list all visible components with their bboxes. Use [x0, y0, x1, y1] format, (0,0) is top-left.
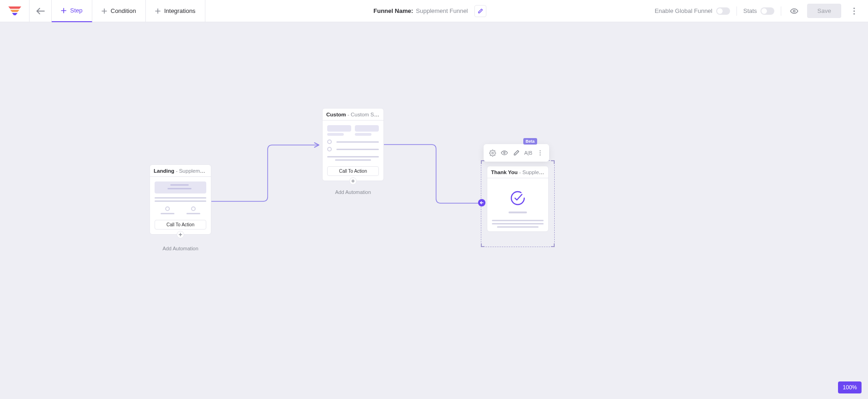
checkmark-circle-icon — [510, 190, 526, 206]
plus-icon — [351, 179, 355, 183]
eye-icon — [501, 150, 508, 156]
more-menu-button[interactable] — [848, 5, 861, 18]
step-thankyou-input-node[interactable] — [478, 199, 485, 206]
step-edit-button[interactable] — [510, 147, 522, 159]
svg-point-2 — [853, 10, 855, 12]
step-type: Thank You — [491, 169, 518, 175]
step-name: Supplement La… — [179, 168, 211, 174]
tab-integrations-label: Integrations — [164, 7, 196, 14]
tab-condition-label: Condition — [111, 7, 136, 14]
svg-point-7 — [539, 152, 540, 153]
step-thankyou-thumbnail — [487, 178, 548, 231]
global-funnel-toggle[interactable] — [716, 7, 730, 15]
svg-point-8 — [539, 154, 540, 155]
step-type: Custom — [326, 112, 346, 117]
stats-toggle[interactable] — [760, 7, 774, 15]
zoom-indicator[interactable]: 100% — [838, 381, 862, 393]
tab-condition[interactable]: Condition — [92, 0, 146, 22]
global-funnel-label: Enable Global Funnel — [655, 7, 712, 14]
tab-step-label: Step — [70, 7, 83, 14]
edit-funnel-name-button[interactable] — [474, 5, 486, 17]
step-preview-button[interactable] — [498, 147, 510, 159]
step-sep: - — [346, 112, 351, 117]
svg-point-0 — [793, 10, 795, 12]
more-vertical-icon — [539, 150, 541, 156]
funnel-name-label: Funnel Name: — [373, 7, 413, 14]
stats-toggle-wrap: Stats — [743, 7, 775, 15]
svg-point-1 — [853, 7, 855, 9]
beta-badge: Beta — [523, 138, 537, 145]
step-type: Landing — [154, 168, 174, 174]
divider — [781, 6, 781, 16]
step-custom-header: Custom - Custom Step — [323, 109, 383, 121]
step-thankyou-header: Thank You - Supplement T… — [487, 166, 548, 178]
gear-icon — [489, 150, 496, 157]
app-logo[interactable] — [0, 0, 30, 22]
step-name: Custom Step — [351, 112, 381, 117]
step-landing-add-step[interactable] — [177, 231, 184, 238]
tab-integrations[interactable]: Integrations — [146, 0, 205, 22]
svg-point-4 — [491, 152, 493, 154]
step-landing-add-automation[interactable]: Add Automation — [162, 246, 198, 251]
step-sep: - — [518, 169, 522, 175]
funnel-name-section: Funnel Name: Supplement Funnel — [205, 5, 655, 17]
step-custom-thumbnail — [323, 121, 383, 164]
divider — [736, 6, 737, 16]
step-custom-add-automation[interactable]: Add Automation — [335, 189, 371, 195]
arrow-left-icon — [480, 201, 484, 205]
tab-step[interactable]: Step — [52, 0, 92, 22]
preview-button[interactable] — [788, 5, 801, 18]
plus-icon — [61, 8, 66, 13]
step-landing[interactable]: Landing - Supplement La… Call To Action — [150, 164, 211, 235]
pencil-icon — [478, 8, 483, 14]
step-landing-cta[interactable]: Call To Action — [155, 220, 206, 230]
top-bar: Step Condition Integrations Funnel Name:… — [0, 0, 868, 22]
svg-point-5 — [503, 152, 505, 153]
step-custom[interactable]: Custom - Custom Step — [322, 108, 384, 181]
svg-point-6 — [539, 150, 540, 151]
plus-icon — [155, 8, 161, 14]
step-action-bar: A|B — [484, 144, 549, 162]
pencil-icon — [513, 150, 520, 156]
topbar-right: Enable Global Funnel Stats Save — [655, 4, 868, 18]
funnel-name-value: Supplement Funnel — [416, 7, 468, 14]
save-button[interactable]: Save — [807, 4, 841, 18]
step-settings-button[interactable] — [486, 147, 498, 159]
plus-icon — [102, 8, 107, 14]
back-button[interactable] — [30, 0, 52, 22]
step-landing-header: Landing - Supplement La… — [150, 165, 211, 177]
plus-icon — [179, 233, 182, 236]
step-more-button[interactable] — [534, 147, 546, 159]
step-custom-add-step[interactable] — [349, 177, 357, 185]
step-thankyou[interactable]: Thank You - Supplement T… — [487, 166, 549, 232]
step-ab-test-button[interactable]: A|B — [522, 150, 534, 156]
funnel-canvas[interactable]: Landing - Supplement La… Call To Action — [0, 22, 868, 399]
step-custom-cta[interactable]: Call To Action — [327, 166, 379, 176]
global-funnel-toggle-wrap: Enable Global Funnel — [655, 7, 730, 15]
step-name: Supplement T… — [522, 169, 548, 175]
eye-icon — [790, 8, 798, 14]
toolbar-tabs: Step Condition Integrations — [52, 0, 205, 22]
stats-label: Stats — [743, 7, 757, 14]
more-vertical-icon — [853, 7, 855, 15]
connectors — [0, 22, 868, 399]
step-sep: - — [174, 168, 179, 174]
svg-point-3 — [853, 13, 855, 14]
step-landing-thumbnail — [150, 177, 211, 218]
